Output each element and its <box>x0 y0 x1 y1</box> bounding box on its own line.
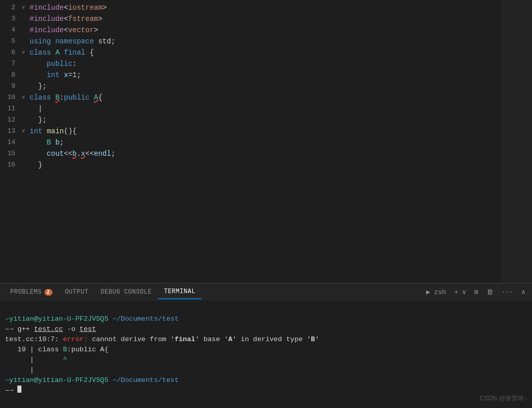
terminal-cmd-line: –→ g++ test.cc -o test <box>5 324 527 334</box>
terminal-prompt-1: –yitian@yitian-U-PF2JVSQ5 ~/Documents/te… <box>5 314 527 324</box>
split-terminal-button[interactable]: ⊞ <box>472 287 481 297</box>
code-line-3: 3#include<fstream> <box>0 13 532 25</box>
code-content-10: class B:public A{ <box>28 92 532 103</box>
terminal-cmd: g++ test.cc -o test <box>17 324 96 334</box>
tab-debug-console[interactable]: DEBUG CONSOLE <box>94 285 158 299</box>
line-number-4: 4 <box>0 25 19 36</box>
terminal-area[interactable]: –yitian@yitian-U-PF2JVSQ5 ~/Documents/te… <box>0 301 532 408</box>
tab-output-label: OUTPUT <box>65 289 88 296</box>
code-line-5: 5using namespace std; <box>0 36 532 47</box>
code-content-2: #include<iostream> <box>28 2 532 13</box>
code-line-14: 14 B b; <box>0 137 532 148</box>
terminal-error-detail1: 10 | class B:public A{ <box>5 345 527 355</box>
panel-actions: ▶ zsh + ∨ ⊞ 🗑 ··· ∧ <box>423 287 528 297</box>
terminal-cursor <box>17 386 21 393</box>
tab-output[interactable]: OUTPUT <box>59 285 94 299</box>
tab-terminal-label: TERMINAL <box>164 288 195 295</box>
fold-arrow-2[interactable]: ∨ <box>19 2 28 13</box>
code-content-13: int main(){ <box>28 126 532 137</box>
tab-problems[interactable]: PROBLEMS 2 <box>4 285 59 299</box>
terminal-input-line: –→ <box>5 386 527 396</box>
code-line-15: 15 cout<<b.x<<endl; <box>0 148 532 159</box>
watermark: CSDN @滚雪球~ <box>479 394 527 403</box>
delete-terminal-button[interactable]: 🗑 <box>484 287 496 297</box>
line-number-8: 8 <box>0 69 19 81</box>
new-terminal-button[interactable]: + ∨ <box>452 287 469 297</box>
terminal-path-2: ~/Documents/test <box>109 375 179 386</box>
line-number-9: 9 <box>0 81 19 92</box>
terminal-shell-selector[interactable]: ▶ zsh <box>423 287 448 297</box>
terminal-error-text: test.cc:10:7: error: cannot derive from … <box>5 334 319 345</box>
terminal-error-detail2-text: | ^ <box>5 355 67 365</box>
terminal-cursor-prefix: –→ <box>5 386 17 396</box>
code-line-12: 12 }; <box>0 114 532 126</box>
terminal-user-1: –yitian@yitian-U-PF2JVSQ5 <box>5 314 109 324</box>
code-line-2: 2∨#include<iostream> <box>0 2 532 13</box>
code-content-4: #include<vector> <box>28 25 532 36</box>
line-number-14: 14 <box>0 137 19 148</box>
code-content-3: #include<fstream> <box>28 13 532 25</box>
line-number-5: 5 <box>0 36 19 47</box>
terminal-error-detail2: | ^ <box>5 355 527 365</box>
line-number-12: 12 <box>0 114 19 126</box>
tab-problems-label: PROBLEMS <box>10 289 42 296</box>
code-line-7: 7 public: <box>0 58 532 69</box>
code-content-16: } <box>28 159 532 171</box>
code-content-5: using namespace std; <box>28 36 532 47</box>
code-content-12: }; <box>28 114 532 126</box>
terminal-error-detail3: | <box>5 365 527 375</box>
line-number-10: 10 <box>0 92 19 103</box>
collapse-panel-button[interactable]: ∧ <box>519 287 528 297</box>
line-number-13: 13 <box>0 126 19 137</box>
code-line-13: 13∨int main(){ <box>0 126 532 137</box>
line-number-16: 16 <box>0 159 19 171</box>
more-actions-button[interactable]: ··· <box>499 287 516 297</box>
panel-tabs: PROBLEMS 2 OUTPUT DEBUG CONSOLE TERMINAL… <box>0 283 532 301</box>
line-number-6: 6 <box>0 47 19 58</box>
line-number-11: 11 <box>0 103 19 114</box>
tab-terminal[interactable]: TERMINAL <box>158 285 201 299</box>
code-content-8: int x=1; <box>28 69 532 81</box>
terminal-error-main: test.cc:10:7: error: cannot derive from … <box>5 334 527 345</box>
fold-arrow-13[interactable]: ∨ <box>19 126 28 137</box>
code-content-9: }; <box>28 81 532 92</box>
code-content-15: cout<<b.x<<endl; <box>28 148 532 159</box>
fold-arrow-10[interactable]: ∨ <box>19 92 28 103</box>
tab-debug-console-label: DEBUG CONSOLE <box>100 289 151 296</box>
code-line-4: 4#include<vector> <box>0 25 532 36</box>
code-container: 2∨#include<iostream>3#include<fstream>4#… <box>0 0 532 283</box>
terminal-error-detail3-text: | <box>5 365 34 375</box>
terminal-user-2: –yitian@yitian-U-PF2JVSQ5 <box>5 375 109 386</box>
terminal-error-detail1-text: 10 | class B:public A{ <box>5 345 109 355</box>
line-number-2: 2 <box>0 2 19 13</box>
line-number-15: 15 <box>0 148 19 159</box>
code-content-6: class A final { <box>28 47 532 58</box>
fold-arrow-6[interactable]: ∨ <box>19 47 28 58</box>
minimap <box>501 0 532 283</box>
problems-badge: 2 <box>44 289 53 296</box>
code-content-11: | <box>28 103 532 114</box>
line-number-7: 7 <box>0 58 19 69</box>
editor-area: 2∨#include<iostream>3#include<fstream>4#… <box>0 0 532 283</box>
code-line-16: 16 } <box>0 159 532 171</box>
terminal-blank-line <box>5 304 527 314</box>
code-line-6: 6∨class A final { <box>0 47 532 58</box>
terminal-prompt-2: –yitian@yitian-U-PF2JVSQ5 ~/Documents/te… <box>5 375 527 386</box>
terminal-path-1: ~/Documents/test <box>109 314 179 324</box>
line-number-3: 3 <box>0 13 19 25</box>
terminal-arrow: –→ <box>5 324 17 334</box>
code-line-11: 11 | <box>0 103 532 114</box>
code-content-14: B b; <box>28 137 532 148</box>
code-line-10: 10∨class B:public A{ <box>0 92 532 103</box>
code-line-9: 9 }; <box>0 81 532 92</box>
code-content-7: public: <box>28 58 532 69</box>
code-line-8: 8 int x=1; <box>0 69 532 81</box>
